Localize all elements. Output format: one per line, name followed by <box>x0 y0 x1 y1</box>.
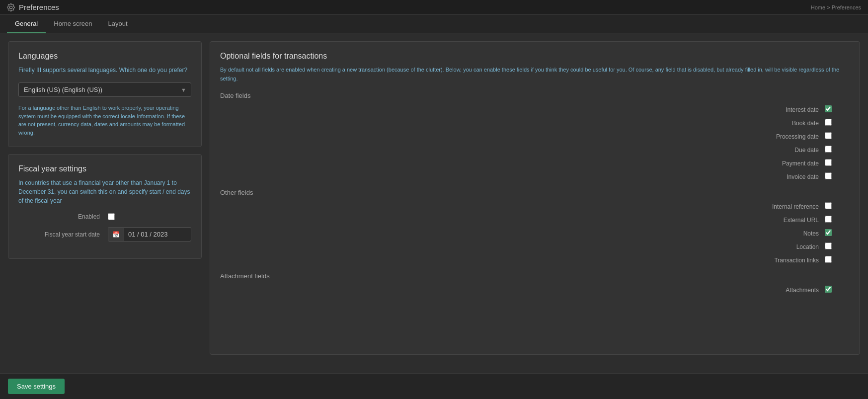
field-row-notes: Notes <box>220 229 850 238</box>
left-column: Languages Firefly III supports several l… <box>8 41 202 355</box>
breadcrumb-home[interactable]: Home <box>811 4 825 10</box>
optional-fields-title: Optional fields for transactions <box>220 52 850 61</box>
transaction-links-label: Transaction links <box>220 257 825 264</box>
date-fields-heading: Date fields <box>220 92 850 99</box>
attachments-checkbox[interactable] <box>825 286 832 293</box>
invoice-date-label: Invoice date <box>220 173 825 180</box>
book-date-label: Book date <box>220 120 825 127</box>
field-row-transaction-links: Transaction links <box>220 256 850 264</box>
field-row-payment-date: Payment date <box>220 159 850 167</box>
payment-date-check-wrapper <box>825 159 850 167</box>
calendar-icon[interactable]: 📅 <box>108 228 124 241</box>
interest-date-check-wrapper <box>825 105 850 114</box>
payment-date-checkbox[interactable] <box>825 159 832 166</box>
save-settings-button[interactable]: Save settings <box>8 379 65 394</box>
right-column: Optional fields for transactions By defa… <box>210 41 860 355</box>
tabs-bar: General Home screen Layout <box>0 15 868 33</box>
external-url-label: External URL <box>220 217 825 224</box>
languages-subtitle: Firefly III supports several languages. … <box>18 66 191 75</box>
transaction-links-checkbox[interactable] <box>825 256 832 263</box>
invoice-date-checkbox[interactable] <box>825 172 832 179</box>
breadcrumb: Home > Preferences <box>811 4 861 10</box>
breadcrumb-separator: > <box>827 4 830 10</box>
field-row-invoice-date: Invoice date <box>220 172 850 181</box>
languages-card: Languages Firefly III supports several l… <box>8 41 202 147</box>
external-url-checkbox[interactable] <box>825 216 832 223</box>
notes-checkbox[interactable] <box>825 229 832 236</box>
processing-date-check-wrapper <box>825 132 850 141</box>
internal-reference-check-wrapper <box>825 202 850 211</box>
payment-date-label: Payment date <box>220 160 825 167</box>
page-title: Preferences <box>19 3 59 11</box>
field-row-processing-date: Processing date <box>220 132 850 141</box>
fiscal-subtitle: In countries that use a financial year o… <box>18 178 191 205</box>
date-input-wrapper: 📅 ✕ <box>108 227 191 241</box>
gear-icon <box>7 3 15 11</box>
processing-date-checkbox[interactable] <box>825 132 832 139</box>
breadcrumb-current: Preferences <box>832 4 861 10</box>
field-row-due-date: Due date <box>220 146 850 154</box>
tab-general[interactable]: General <box>7 15 46 33</box>
due-date-checkbox[interactable] <box>825 146 832 153</box>
interest-date-checkbox[interactable] <box>825 105 832 112</box>
book-date-check-wrapper <box>825 119 850 127</box>
fiscal-start-date-row: Fiscal year start date 📅 ✕ <box>18 227 191 241</box>
language-select-wrapper: English (US) (English (US)) German (Deut… <box>18 82 191 97</box>
fiscal-title: Fiscal year settings <box>18 164 191 173</box>
languages-note: For a language other than English to wor… <box>18 104 191 137</box>
footer: Save settings <box>0 373 868 399</box>
page-title-area: Preferences <box>7 3 59 11</box>
field-row-book-date: Book date <box>220 119 850 127</box>
main-content: Languages Firefly III supports several l… <box>0 33 868 363</box>
due-date-check-wrapper <box>825 146 850 154</box>
field-row-internal-reference: Internal reference <box>220 202 850 211</box>
field-row-interest-date: Interest date <box>220 105 850 114</box>
fiscal-start-date-label: Fiscal year start date <box>18 231 108 238</box>
field-row-external-url: External URL <box>220 216 850 224</box>
fiscal-start-date-input[interactable] <box>124 228 191 241</box>
optional-fields-card: Optional fields for transactions By defa… <box>210 41 860 355</box>
optional-fields-subtitle: By default not all fields are enabled wh… <box>220 66 850 83</box>
page-header: Preferences Home > Preferences <box>0 0 868 15</box>
location-check-wrapper <box>825 242 850 251</box>
notes-label: Notes <box>220 230 825 237</box>
location-checkbox[interactable] <box>825 242 832 249</box>
invoice-date-check-wrapper <box>825 172 850 181</box>
fiscal-enabled-checkbox[interactable] <box>108 213 115 220</box>
processing-date-label: Processing date <box>220 133 825 140</box>
attachment-fields-heading: Attachment fields <box>220 272 850 280</box>
fiscal-enabled-row: Enabled <box>18 213 191 220</box>
tab-homescreen[interactable]: Home screen <box>46 15 100 33</box>
field-row-location: Location <box>220 242 850 251</box>
transaction-links-check-wrapper <box>825 256 850 264</box>
notes-check-wrapper <box>825 229 850 238</box>
due-date-label: Due date <box>220 147 825 154</box>
tab-layout[interactable]: Layout <box>100 15 136 33</box>
languages-title: Languages <box>18 52 191 61</box>
internal-reference-checkbox[interactable] <box>825 202 832 209</box>
internal-reference-label: Internal reference <box>220 203 825 210</box>
external-url-check-wrapper <box>825 216 850 224</box>
other-fields-heading: Other fields <box>220 189 850 196</box>
attachments-check-wrapper <box>825 286 850 294</box>
attachments-label: Attachments <box>220 287 825 294</box>
location-label: Location <box>220 243 825 250</box>
book-date-checkbox[interactable] <box>825 119 832 126</box>
interest-date-label: Interest date <box>220 106 825 113</box>
language-select[interactable]: English (US) (English (US)) German (Deut… <box>18 82 191 97</box>
fiscal-year-card: Fiscal year settings In countries that u… <box>8 154 202 259</box>
fiscal-enabled-label: Enabled <box>18 213 108 220</box>
field-row-attachments: Attachments <box>220 286 850 294</box>
